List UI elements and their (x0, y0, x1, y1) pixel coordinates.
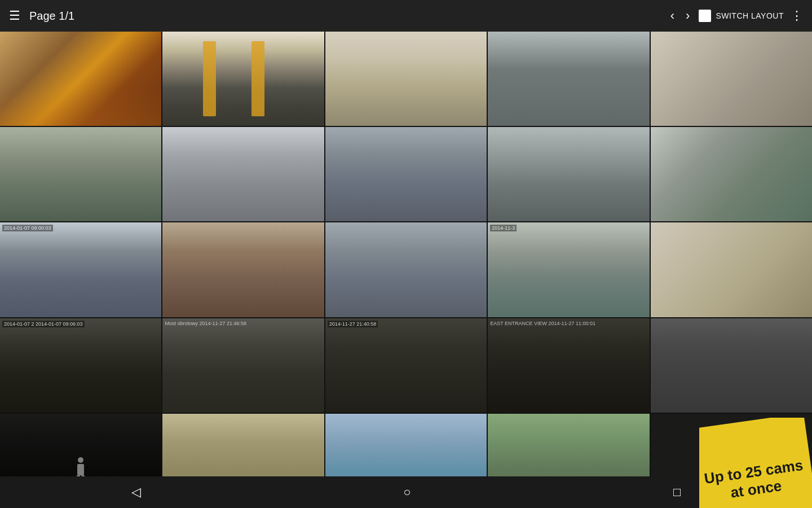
camera-cell-4[interactable] (488, 32, 649, 126)
camera-cell-8[interactable] (325, 127, 487, 221)
switch-layout-label: SWITCH LAYOUT (716, 11, 784, 20)
camera-timestamp-18: 2014-11-27 21:40:58 (328, 321, 378, 327)
camera-cell-10[interactable] (651, 127, 812, 221)
camera-cell-11[interactable]: 2014-01-07 09:00:03 (0, 222, 161, 317)
camera-cell-2[interactable] (162, 32, 324, 126)
camera-cell-18[interactable]: 2014-11-27 21:40:58 (325, 318, 487, 413)
switch-layout-button[interactable]: SWITCH LAYOUT (699, 10, 784, 22)
topbar: ☰ Page 1/1 ‹ › SWITCH LAYOUT ⋮ (0, 0, 812, 32)
back-button[interactable]: ◁ (118, 480, 155, 504)
camera-cell-12[interactable] (162, 222, 324, 317)
grid-icon (699, 10, 711, 22)
nav-controls: ‹ › SWITCH LAYOUT ⋮ (668, 6, 803, 25)
camera-cell-14[interactable]: 2014-11-3 (488, 222, 649, 317)
camera-cell-3[interactable] (325, 32, 487, 126)
camera-grid: 2014-01-07 09:00:03 2014-11-3 2014-01-07… (0, 32, 812, 508)
camera-label-19: EAST ENTRANCE VIEW 2014-11-27 11:00:01 (490, 321, 595, 326)
camera-cell-20[interactable] (651, 318, 812, 413)
camera-label-17: Most obrotowy 2014-11-27 21:46:58 (165, 321, 246, 326)
camera-cell-5[interactable] (651, 32, 812, 126)
camera-cell-16[interactable]: 2014-01-07 2 2014-01-07 09:06:03 (0, 318, 161, 413)
camera-timestamp-11: 2014-01-07 09:00:03 (2, 225, 53, 231)
camera-cell-7[interactable] (162, 127, 324, 221)
camera-cell-1[interactable] (0, 32, 161, 126)
menu-icon[interactable]: ☰ (9, 10, 20, 22)
home-button[interactable]: ○ (390, 480, 424, 504)
camera-cell-19[interactable]: EAST ENTRANCE VIEW 2014-11-27 11:00:01 (488, 318, 649, 413)
page-title: Page 1/1 (29, 10, 659, 23)
next-button[interactable]: › (683, 6, 692, 25)
camera-cell-9[interactable] (488, 127, 649, 221)
bottom-navigation: ◁ ○ □ (0, 476, 812, 508)
more-options-icon[interactable]: ⋮ (791, 8, 803, 23)
camera-timestamp-14: 2014-11-3 (490, 225, 517, 231)
recent-apps-button[interactable]: □ (660, 480, 694, 504)
camera-cell-13[interactable] (325, 222, 487, 317)
prev-button[interactable]: ‹ (668, 6, 677, 25)
camera-cell-15[interactable] (651, 222, 812, 317)
camera-timestamp-16: 2014-01-07 2 2014-01-07 09:06:03 (2, 321, 85, 327)
camera-cell-6[interactable] (0, 127, 161, 221)
camera-cell-17[interactable]: Most obrotowy 2014-11-27 21:46:58 (162, 318, 324, 413)
